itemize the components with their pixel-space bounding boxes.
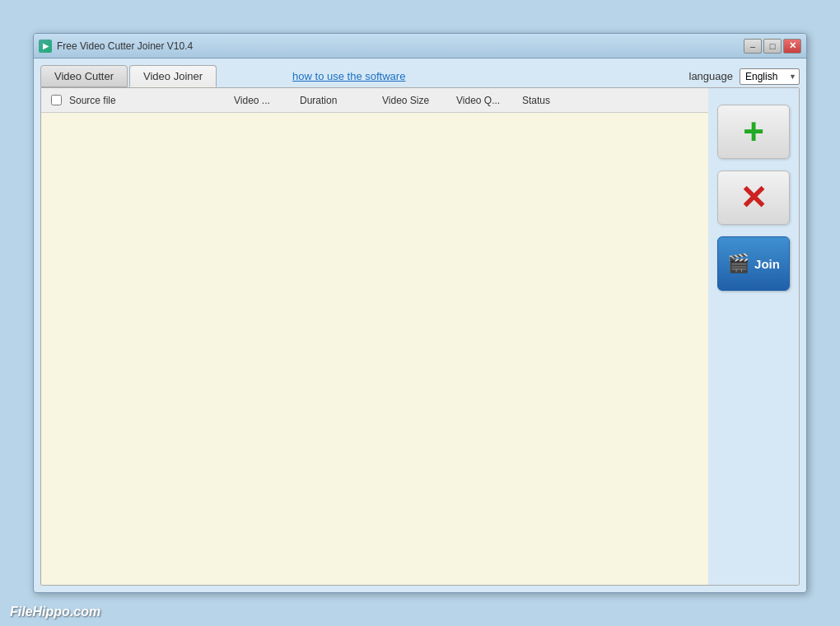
col-header-duration: Duration [296,95,379,106]
language-select-wrapper: English French German Spanish Chinese [740,68,800,85]
sidebar-buttons: + ✕ 🎬 Join [708,88,799,585]
join-label: Join [754,257,780,271]
remove-button[interactable]: ✕ [717,171,790,225]
col-header-quality: Video Q... [453,95,519,106]
main-window: ▶ Free Video Cutter Joiner V10.4 – □ ✕ V… [33,33,807,593]
table-header: Source file Video ... Duration Video Siz… [41,88,708,113]
tabs-row: Video Cutter Video Joiner how to use the… [40,65,800,87]
select-all-checkbox[interactable] [51,95,62,105]
app-icon: ▶ [39,40,52,53]
window-controls: – □ ✕ [744,39,801,54]
title-bar: ▶ Free Video Cutter Joiner V10.4 – □ ✕ [34,34,806,58]
add-button[interactable]: + [717,105,790,159]
join-button[interactable]: 🎬 Join [717,236,790,291]
window-title: Free Video Cutter Joiner V10.4 [57,40,193,52]
col-header-source: Source file [66,95,231,106]
join-icon: 🎬 [727,253,749,274]
language-select[interactable]: English French German Spanish Chinese [740,68,800,85]
minimize-button[interactable]: – [744,39,762,54]
howto-link[interactable]: how to use the software [292,70,405,82]
col-header-size: Video Size [379,95,453,106]
content-area: Video Cutter Video Joiner how to use the… [34,58,806,592]
col-header-video: Video ... [231,95,296,106]
tab-video-cutter[interactable]: Video Cutter [40,65,128,87]
language-label: language [689,70,734,82]
tab-video-joiner[interactable]: Video Joiner [129,65,217,87]
plus-icon: + [743,114,764,150]
x-icon: ✕ [740,181,768,214]
col-header-status: Status [519,95,585,106]
language-area: language English French German Spanish C… [689,68,800,85]
file-table-area: Source file Video ... Duration Video Siz… [41,88,708,585]
main-panel: Source file Video ... Duration Video Siz… [40,87,800,586]
watermark: FileHippo.com [10,605,100,619]
close-button[interactable]: ✕ [783,39,801,54]
table-body [41,113,708,585]
title-bar-left: ▶ Free Video Cutter Joiner V10.4 [39,40,193,53]
maximize-button[interactable]: □ [763,39,782,54]
header-checkbox-col [46,95,66,105]
